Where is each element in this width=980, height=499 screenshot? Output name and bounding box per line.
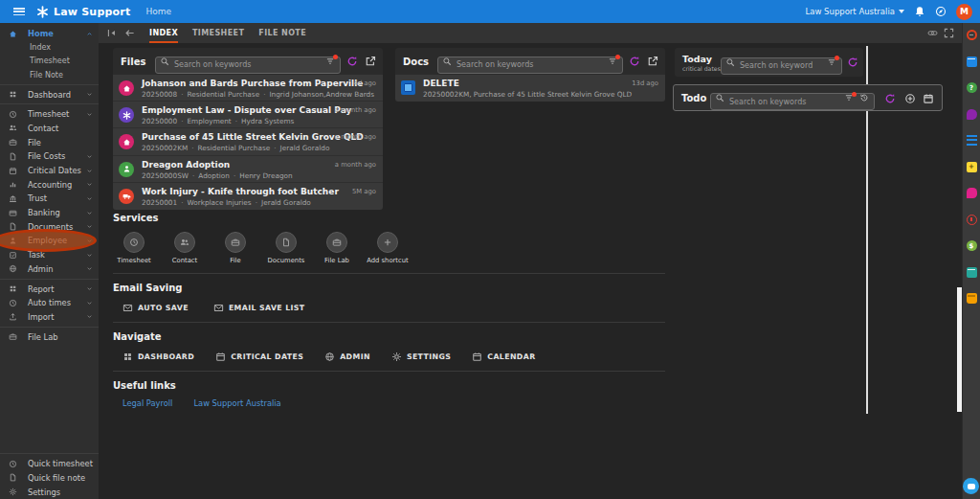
sidebar-item-critical-dates[interactable]: Critical Dates [0,164,99,178]
gear-icon [391,352,402,362]
people-icon [180,238,189,247]
navigate-settings-button[interactable]: SETTINGS [391,352,451,362]
sidebar-item-contact[interactable]: Contact [0,122,99,136]
sidebar-item-dashboard[interactable]: Dashboard [0,87,99,102]
calendar-icon [215,352,226,362]
navigate-calendar-button[interactable]: CALENDAR [472,352,535,362]
refresh-icon[interactable] [629,56,640,67]
today-search-input[interactable] [721,57,842,75]
sidebar-item-task[interactable]: Task [0,248,99,262]
filter-badge [835,56,839,60]
fullscreen-icon[interactable] [944,28,954,38]
sidebar-item-file-costs[interactable]: File Costs [0,149,99,164]
sidebar-item-accounting[interactable]: Accounting [0,177,99,192]
file-list-item[interactable]: Purchase of 45 Little Street Kelvin Grov… [113,128,383,155]
sidebar-subitem-index[interactable]: Index [0,41,99,55]
back-arrow-icon[interactable] [124,28,135,38]
service-file[interactable]: File [214,232,256,264]
doc-list-item[interactable]: DELETE 20250002KM, Purchase of 45 Little… [395,75,665,102]
sidebar-item-settings[interactable]: Settings [0,485,99,499]
chat-icon[interactable] [967,109,977,120]
clock-icon[interactable] [967,215,977,225]
link-legal-payroll[interactable]: Legal Payroll [122,398,172,408]
file-list-item[interactable]: Dreagon Adoption 20250000SWAdoptionHenry… [113,156,383,183]
navigate-dashboard-button[interactable]: DASHBOARD [122,352,194,362]
sidebar-subitem-file-note[interactable]: File Note [0,68,99,81]
calendar-icon[interactable] [967,57,977,67]
refresh-icon[interactable] [884,93,896,104]
briefcase-icon[interactable] [967,293,977,304]
sidebar-item-file-lab[interactable]: File Lab [0,329,99,344]
collapse-panel-icon[interactable] [106,28,117,38]
auto-save-button[interactable]: AUTO SAVE [122,303,189,313]
filter-lines-icon[interactable] [967,135,977,146]
service-file-lab[interactable]: File Lab [316,232,358,264]
sidebar-item-employee[interactable]: Employee [0,234,99,248]
file-list-item[interactable]: Employment Law - Dispute over Casual Pay… [113,102,383,128]
app-title: Law Support [54,6,130,18]
sidebar-item-timesheet[interactable]: Timesheet [0,107,99,122]
people-icon [9,124,17,132]
org-selector[interactable]: Law Support Australia [806,7,905,16]
link-law-support-australia[interactable]: Law Support Australia [193,398,280,408]
file-list-item[interactable]: Johanson and Bards Purchase from Papervi… [113,75,383,102]
open-in-new-icon[interactable] [365,56,376,67]
file-list-item[interactable]: Work Injury - Knife through foot Butcher… [113,183,383,210]
service-documents[interactable]: Documents [265,232,307,264]
email-save-list-button[interactable]: EMAIL SAVE LIST [213,303,305,313]
dashboard-icon [9,90,17,99]
mail-icon [213,303,224,313]
link-icon[interactable] [927,28,938,38]
sidebar-item-file[interactable]: File [0,135,99,149]
sidebar-item-home[interactable]: Home [0,27,99,41]
nav-home-link[interactable]: Home [145,7,171,16]
record-icon[interactable] [967,30,977,40]
clock-icon [9,299,17,307]
navigate-critical-dates-button[interactable]: CRITICAL DATES [215,352,303,362]
tab-index[interactable]: INDEX [149,23,178,43]
service-contact[interactable]: Contact [164,232,206,264]
file-item-time: a month ago [335,161,376,169]
calendar-teal-icon[interactable] [967,267,977,278]
sidebar-item-quick-file-note[interactable]: Quick file note [0,471,99,486]
open-in-new-icon[interactable] [647,56,658,67]
sidebar-item-banking[interactable]: Banking [0,206,99,220]
history-icon[interactable] [859,93,869,102]
files-search-input[interactable] [155,57,341,74]
notifications-bell-icon[interactable] [914,6,925,17]
sidebar-item-import[interactable]: Import [0,310,99,325]
navigate-admin-button[interactable]: ADMIN [324,352,370,362]
filter-badge [615,55,620,59]
refresh-icon[interactable] [346,56,358,67]
note-add-icon[interactable]: + [967,162,977,172]
docs-search-input[interactable] [437,57,623,74]
forum-icon[interactable] [967,188,977,198]
sidebar-item-documents[interactable]: Documents [0,219,99,234]
user-avatar[interactable]: M [956,4,972,20]
tab-timesheet[interactable]: TIMESHEET [192,23,244,43]
sidebar-item-auto-times[interactable]: Auto times [0,296,99,310]
calendar-icon[interactable] [923,93,934,104]
briefcase-icon [332,238,342,247]
sidebar-subitem-timesheet[interactable]: Timesheet [0,55,99,68]
sidebar-item-trust[interactable]: Trust [0,192,99,206]
page-scrollbar-thumb[interactable] [957,287,962,412]
sidebar-item-admin[interactable]: Admin [0,262,99,277]
service-add-shortcut[interactable]: Add shortcut [367,232,409,264]
dollar-icon[interactable]: $ [967,240,977,251]
tab-file-note[interactable]: FILE NOTE [258,23,306,43]
employment-flower-icon [119,107,134,123]
chevron-down-icon [86,223,93,230]
add-circle-icon[interactable] [904,93,916,104]
hamburger-menu-icon[interactable] [13,8,25,15]
sidebar-item-quick-timesheet[interactable]: Quick timesheet [0,457,99,471]
refresh-icon[interactable] [847,57,858,68]
explore-compass-icon[interactable] [935,6,947,17]
chevron-down-icon [899,10,904,13]
chat-fab-button[interactable] [963,478,979,494]
service-timesheet[interactable]: Timesheet [113,232,155,264]
help-icon[interactable]: ? [967,82,977,93]
useful-links-heading: Useful links [113,380,665,391]
sidebar-item-report[interactable]: Report [0,282,99,296]
docs-panel: Docs DELETE 20250002KM, Purchase of 45 L… [395,48,665,102]
